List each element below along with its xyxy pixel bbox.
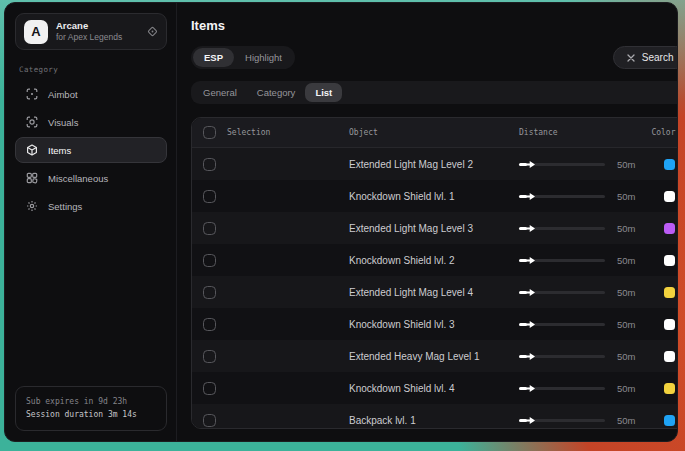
row-checkbox[interactable] [203,286,216,299]
distance-value: 50m [617,287,635,298]
tab-list[interactable]: List [305,83,342,102]
pin-icon[interactable] [147,26,158,37]
color-swatch[interactable] [664,383,675,394]
table-row: Extended Light Mag Level 4 50m [192,276,678,308]
color-swatch[interactable] [664,319,675,330]
object-name: Backpack lvl. 1 [349,415,519,426]
app-subtitle: for Apex Legends [56,32,139,43]
tab-highlight[interactable]: Highlight [234,48,293,67]
sidebar-item-label: Aimbot [48,89,78,100]
sidebar-item-aimbot[interactable]: Aimbot [15,81,167,107]
app-title: Arcane [56,20,139,32]
row-checkbox[interactable] [203,190,216,203]
tab-category[interactable]: Category [247,83,306,102]
column-header-color: Color [635,128,675,137]
app-window: A Arcane for Apex Legends Category [4,2,678,442]
select-all-checkbox[interactable] [203,126,216,139]
column-header-object: Object [349,128,519,137]
tab-esp[interactable]: ESP [193,48,234,67]
sidebar-item-settings[interactable]: Settings [15,193,167,219]
distance-value: 50m [617,255,635,266]
color-swatch[interactable] [664,415,675,426]
search-icon [627,54,635,62]
sidebar-item-items[interactable]: Items [15,137,167,163]
session-info-card: Sub expires in 9d 23h Session duration 3… [15,386,167,431]
distance-slider[interactable] [519,159,605,169]
items-table: Selection Object Distance Color Extended… [191,117,678,429]
distance-slider[interactable] [519,287,605,297]
object-name: Extended Heavy Mag Level 1 [349,351,519,362]
distance-slider[interactable] [519,255,605,265]
category-section-label: Category [19,65,163,74]
sidebar: A Arcane for Apex Legends Category [5,3,177,441]
table-row: Knockdown Shield lvl. 1 50m [192,180,678,212]
table-row: Backpack lvl. 1 50m [192,404,678,429]
table-row: Knockdown Shield lvl. 4 50m [192,372,678,404]
table-row: Extended Heavy Mag Level 1 50m [192,340,678,372]
main-panel: Items ESP Highlight Search General Categ… [177,3,678,441]
color-swatch[interactable] [664,223,675,234]
cube-icon [26,144,38,156]
distance-slider[interactable] [519,223,605,233]
arcane-logo: A [24,20,48,44]
row-checkbox[interactable] [203,350,216,363]
mode-tabs: ESP Highlight [191,46,295,69]
color-swatch[interactable] [664,287,675,298]
table-row: Extended Light Mag Level 2 50m [192,148,678,180]
table-row: Extended Light Mag Level 3 50m [192,212,678,244]
sidebar-item-label: Miscellaneous [48,173,108,184]
table-row: Knockdown Shield lvl. 2 50m [192,244,678,276]
session-duration-text: Session duration 3m 14s [26,408,156,422]
distance-slider[interactable] [519,383,605,393]
table-body: Extended Light Mag Level 2 50m Knockdown… [192,148,678,429]
row-checkbox[interactable] [203,414,216,427]
color-swatch[interactable] [664,351,675,362]
search-label: Search [642,52,674,63]
distance-value: 50m [617,383,635,394]
color-swatch[interactable] [664,255,675,266]
row-checkbox[interactable] [203,318,216,331]
color-swatch[interactable] [664,191,675,202]
object-name: Extended Light Mag Level 3 [349,223,519,234]
distance-slider[interactable] [519,415,605,425]
object-name: Knockdown Shield lvl. 1 [349,191,519,202]
column-header-selection: Selection [227,128,270,137]
view-tabs: General Category List [191,81,678,104]
page-title: Items [191,18,678,33]
eye-scan-icon [26,116,38,128]
grid-icon [26,172,38,184]
tab-general[interactable]: General [193,83,247,102]
logo-card: A Arcane for Apex Legends [15,13,167,50]
column-header-distance: Distance [519,128,635,137]
sidebar-item-miscellaneous[interactable]: Miscellaneous [15,165,167,191]
search-button[interactable]: Search [613,46,678,69]
object-name: Knockdown Shield lvl. 3 [349,319,519,330]
row-checkbox[interactable] [203,158,216,171]
object-name: Extended Light Mag Level 4 [349,287,519,298]
object-name: Knockdown Shield lvl. 4 [349,383,519,394]
object-name: Knockdown Shield lvl. 2 [349,255,519,266]
row-checkbox[interactable] [203,382,216,395]
distance-value: 50m [617,319,635,330]
color-swatch[interactable] [664,159,675,170]
sidebar-item-label: Visuals [48,117,78,128]
table-header: Selection Object Distance Color [192,118,678,148]
crosshair-icon [26,88,38,100]
sub-expires-text: Sub expires in 9d 23h [26,395,156,409]
distance-value: 50m [617,351,635,362]
distance-value: 50m [617,223,635,234]
row-checkbox[interactable] [203,254,216,267]
distance-slider[interactable] [519,191,605,201]
object-name: Extended Light Mag Level 2 [349,159,519,170]
distance-value: 50m [617,159,635,170]
sidebar-item-label: Items [48,145,71,156]
sidebar-item-visuals[interactable]: Visuals [15,109,167,135]
distance-slider[interactable] [519,319,605,329]
distance-value: 50m [617,191,635,202]
distance-value: 50m [617,415,635,426]
table-row: Knockdown Shield lvl. 3 50m [192,308,678,340]
gear-icon [26,200,38,212]
row-checkbox[interactable] [203,222,216,235]
distance-slider[interactable] [519,351,605,361]
sidebar-item-label: Settings [48,201,82,212]
